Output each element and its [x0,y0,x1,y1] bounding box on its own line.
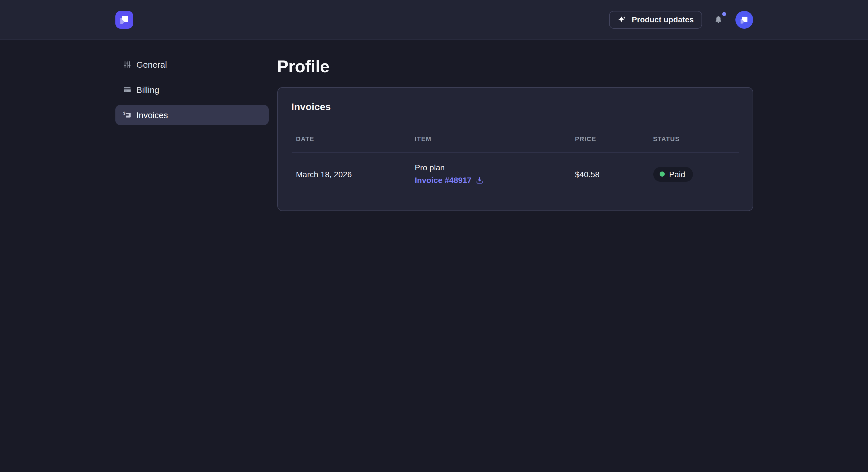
invoices-table: Date Item Price Status March 18, 2026 Pr… [291,126,739,196]
invoices-card: Invoices Date Item Price Status March 18… [277,87,753,211]
column-header-status: Status [648,126,739,152]
main-content: Profile Invoices Date Item Price Status [277,55,753,211]
sidebar-item-invoices[interactable]: $ Invoices [115,105,268,125]
user-avatar[interactable] [735,11,753,29]
cell-price: $40.58 [570,152,648,196]
avatar-logo-icon [738,14,750,26]
sliders-icon [123,60,131,69]
invoice-icon: $ [123,111,131,119]
cell-status: Paid [648,152,739,196]
plan-name: Pro plan [415,162,566,173]
notifications-button[interactable] [712,13,725,26]
product-updates-button[interactable]: Product updates [609,11,702,29]
download-icon[interactable] [476,176,484,185]
sidebar-item-general[interactable]: General [115,55,268,74]
sidebar-item-label: Invoices [136,110,168,120]
brand-logo-icon [117,13,131,26]
status-badge: Paid [653,167,693,181]
app-root: Product updates [0,0,868,472]
brand-logo[interactable] [115,11,133,29]
sidebar-item-label: Billing [136,85,159,95]
status-dot-icon [659,171,664,177]
invoice-link[interactable]: Invoice #48917 [415,174,472,187]
sparkle-icon [617,15,627,25]
status-label: Paid [669,169,685,179]
cell-item: Pro plan Invoice #48917 [410,152,570,196]
table-header-row: Date Item Price Status [291,126,739,152]
page-title: Profile [277,57,753,76]
notification-dot [722,12,726,16]
column-header-price: Price [570,126,648,152]
credit-card-icon [123,86,131,94]
sidebar-item-label: General [136,60,167,69]
table-row: March 18, 2026 Pro plan Invoice #48917 [291,152,739,196]
column-header-item: Item [410,126,570,152]
sidebar-item-billing[interactable]: Billing [115,80,268,100]
product-updates-label: Product updates [632,15,694,24]
invoices-card-title: Invoices [291,102,739,113]
cell-date: March 18, 2026 [291,152,410,196]
top-navbar: Product updates [0,0,868,40]
svg-text:$: $ [123,111,125,115]
bell-icon [714,14,723,25]
settings-sidebar: General Billing $ Invoices [115,55,268,211]
column-header-date: Date [291,126,410,152]
